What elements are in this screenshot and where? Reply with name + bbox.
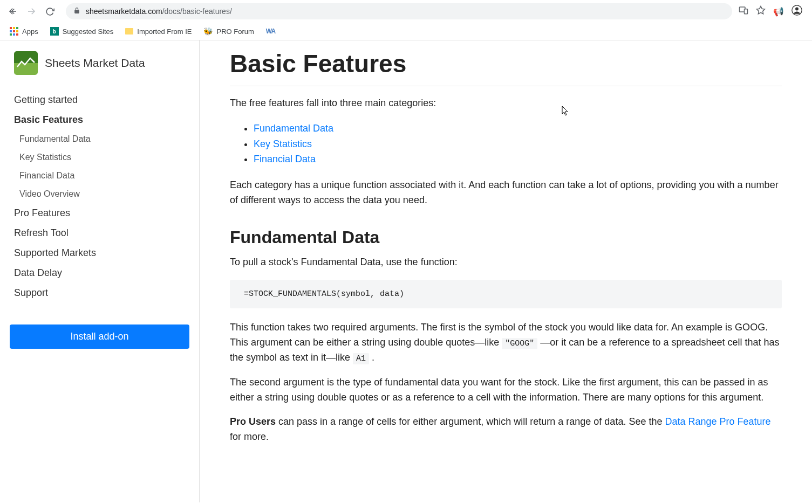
pro-forum-bookmark[interactable]: 🐝 PRO Forum [203, 27, 254, 36]
link-fundamental[interactable]: Fundamental Data [254, 123, 333, 134]
nav-refresh-tool[interactable]: Refresh Tool [14, 223, 189, 243]
bing-icon: b [50, 27, 59, 36]
bee-icon: 🐝 [203, 27, 213, 36]
subnav-financial[interactable]: Financial Data [19, 167, 189, 185]
nav-buttons [8, 6, 55, 17]
nav-data-delay[interactable]: Data Delay [14, 263, 189, 283]
page-layout: Sheets Market Data Getting started Basic… [0, 40, 812, 502]
link-financial[interactable]: Financial Data [254, 154, 316, 164]
code-a1: A1 [353, 353, 369, 364]
svg-marker-5 [757, 6, 765, 14]
section1-intro: To pull a stock's Fundamental Data, use … [230, 255, 782, 270]
svg-point-7 [795, 8, 799, 11]
sidebar: Sheets Market Data Getting started Basic… [0, 40, 200, 502]
nav-support[interactable]: Support [14, 283, 189, 303]
subnav-keystats[interactable]: Key Statistics [19, 148, 189, 167]
subnav-fundamental[interactable]: Fundamental Data [19, 130, 189, 148]
code-block-fundamentals: =STOCK_FUNDAMENTALS(symbol, data) [230, 280, 782, 308]
reload-button[interactable] [44, 6, 55, 17]
logo-section[interactable]: Sheets Market Data [14, 51, 189, 75]
nav-supported-markets[interactable]: Supported Markets [14, 243, 189, 263]
browser-chrome: sheetsmarketdata.com/docs/basic-features… [0, 0, 812, 40]
logo-icon [14, 51, 38, 75]
apps-bookmark[interactable]: Apps [10, 27, 38, 36]
apps-icon [10, 27, 18, 36]
suggested-bookmark[interactable]: b Suggested Sites [50, 27, 114, 36]
url-text: sheetsmarketdata.com/docs/basic-features… [86, 7, 232, 16]
para-description: Each category has a unique function asso… [230, 178, 782, 208]
code-goog: "GOOG" [502, 338, 537, 349]
nav-list: Getting started Basic Features Fundament… [14, 90, 189, 303]
install-button[interactable]: Install add-on [10, 325, 189, 349]
para-pro-users: Pro Users can pass in a range of cells f… [230, 415, 782, 445]
link-keystats[interactable]: Key Statistics [254, 139, 312, 149]
category-links: Fundamental Data Key Statistics Financia… [254, 121, 782, 167]
back-button[interactable] [8, 6, 18, 17]
suggested-label: Suggested Sites [63, 27, 114, 36]
para-second-arg: The second argument is the type of funda… [230, 375, 782, 405]
star-icon[interactable] [756, 5, 766, 17]
subnav-video[interactable]: Video Overview [19, 185, 189, 203]
apps-label: Apps [22, 27, 38, 36]
imported-bookmark[interactable]: Imported From IE [125, 27, 192, 36]
nav-basic-features[interactable]: Basic Features [14, 110, 189, 130]
page-title: Basic Features [230, 49, 782, 86]
devices-icon[interactable] [739, 5, 748, 17]
url-bar[interactable]: sheetsmarketdata.com/docs/basic-features… [66, 3, 732, 19]
wa-bookmark[interactable]: WA [266, 27, 275, 35]
bookmarks-bar: Apps b Suggested Sites Imported From IE … [0, 23, 812, 40]
svg-rect-4 [745, 9, 748, 14]
browser-toolbar: sheetsmarketdata.com/docs/basic-features… [0, 0, 812, 23]
nav-getting-started[interactable]: Getting started [14, 90, 189, 110]
imported-label: Imported From IE [137, 27, 192, 36]
lock-icon [73, 7, 80, 16]
toolbar-right: 📢 [739, 5, 804, 18]
section-fundamental-title: Fundamental Data [230, 227, 782, 247]
intro-text: The free features fall into three main c… [230, 96, 782, 111]
nav-pro-features[interactable]: Pro Features [14, 203, 189, 223]
forward-button[interactable] [26, 6, 37, 17]
profile-avatar[interactable] [791, 5, 802, 18]
sub-nav: Fundamental Data Key Statistics Financia… [19, 130, 189, 203]
wa-icon: WA [266, 27, 275, 35]
link-data-range[interactable]: Data Range Pro Feature [665, 416, 770, 427]
folder-icon [125, 28, 133, 34]
main-content: Basic Features The free features fall in… [200, 40, 812, 502]
site-title: Sheets Market Data [45, 57, 145, 70]
pro-forum-label: PRO Forum [216, 27, 254, 36]
megaphone-icon[interactable]: 📢 [773, 6, 784, 17]
para-arguments: This function takes two required argumen… [230, 320, 782, 365]
